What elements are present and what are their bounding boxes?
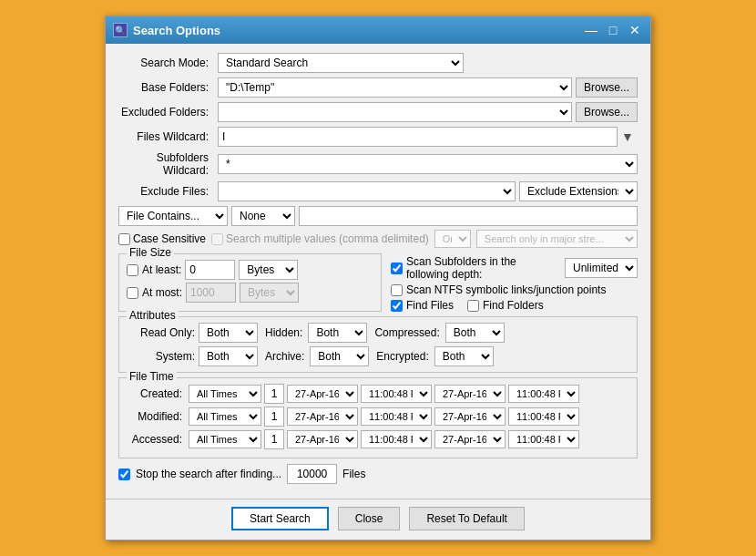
hidden-select[interactable]: Both (308, 323, 367, 343)
accessed-date1-select[interactable]: 27-Apr-16 (287, 430, 358, 448)
reset-button[interactable]: Reset To Default (409, 507, 525, 530)
maximize-button[interactable]: □ (605, 23, 621, 37)
at-most-label: At most: (142, 286, 182, 299)
archive-item: Archive: Both (265, 346, 369, 366)
window-title: Search Options (133, 24, 577, 37)
readonly-item: Read Only: Both (127, 323, 258, 343)
attributes-title: Attributes (127, 309, 179, 322)
exclude-files-label: Exclude Files: (118, 185, 214, 198)
base-folders-select[interactable]: "D:\Temp" (218, 77, 572, 98)
modified-num-input[interactable] (264, 407, 284, 427)
stop-label: Stop the search after finding... (136, 468, 281, 480)
exclude-files-select[interactable] (218, 181, 516, 201)
excluded-folders-label: Excluded Folders: (118, 106, 214, 118)
created-time2-select[interactable]: 11:00:48 P (508, 385, 579, 403)
base-folders-row: Base Folders: "D:\Temp" Browse... (118, 77, 638, 98)
base-folders-label: Base Folders: (118, 81, 214, 94)
compressed-item: Compressed: Both (374, 323, 504, 343)
exclude-ext-select[interactable]: Exclude Extensions List (519, 181, 638, 201)
modified-type-select[interactable]: All Times (189, 407, 261, 426)
scan-ntfs-checkbox[interactable] (391, 284, 403, 296)
created-date2-select[interactable]: 27-Apr-16 (434, 385, 506, 403)
system-select[interactable]: Both (199, 346, 258, 366)
close-window-button[interactable]: ✕ (627, 23, 643, 37)
stop-checkbox[interactable] (118, 468, 130, 480)
modified-time1-select[interactable]: 11:00:48 P (361, 407, 432, 426)
multi-values-checkbox[interactable] (211, 233, 223, 245)
base-folders-browse-button[interactable]: Browse... (576, 77, 638, 98)
case-sensitive-label[interactable]: Case Sensitive (118, 232, 206, 245)
scan-options: Scan Subfolders in the following depth: … (391, 252, 638, 316)
minimize-button[interactable]: — (583, 23, 599, 37)
scan-subfolders-row: Scan Subfolders in the following depth: … (391, 255, 638, 281)
find-folders-item: Find Folders (467, 299, 544, 312)
close-button[interactable]: Close (338, 507, 401, 530)
readonly-label: Read Only: (127, 326, 195, 339)
modified-time2-select[interactable]: 11:00:48 P (508, 407, 579, 426)
at-most-bytes-select[interactable]: Bytes (240, 283, 299, 303)
accessed-num-input[interactable] (264, 429, 284, 449)
footer: Start Search Close Reset To Default (106, 499, 650, 540)
filetime-title: File Time (127, 370, 177, 383)
accessed-type-select[interactable]: All Times (189, 430, 261, 448)
file-contains-select[interactable]: File Contains... (118, 206, 228, 226)
files-wildcard-label: Files Wildcard: (118, 130, 214, 143)
at-most-row: At most: Bytes (127, 283, 373, 303)
accessed-label: Accessed: (127, 433, 186, 446)
find-folders-label: Find Folders (483, 299, 544, 312)
modified-date2-select[interactable]: 27-Apr-16 (434, 407, 506, 426)
exclude-files-row: Exclude Files: Exclude Extensions List (118, 181, 638, 201)
created-num-input[interactable] (264, 384, 284, 404)
file-contains-row: File Contains... None (118, 206, 638, 226)
created-time1-select[interactable]: 11:00:48 P (361, 385, 432, 403)
stop-row: Stop the search after finding... Files (118, 464, 638, 484)
scan-subfolders-checkbox[interactable] (391, 263, 403, 274)
modified-date1-select[interactable]: 27-Apr-16 (287, 407, 358, 426)
find-files-checkbox[interactable] (391, 300, 403, 312)
major-stream-select[interactable]: Search only in major stre... (476, 230, 638, 248)
subfolders-wildcard-label: Subfolders Wildcard: (118, 151, 214, 177)
stop-value-input[interactable] (287, 464, 337, 484)
excluded-folders-row: Excluded Folders: Browse... (118, 102, 638, 122)
filesize-section: File Size At least: Bytes At most: Bytes (118, 253, 382, 312)
excluded-folders-select[interactable] (218, 102, 572, 122)
at-least-input[interactable] (185, 260, 235, 280)
at-most-input[interactable] (186, 283, 236, 303)
compressed-select[interactable]: Both (445, 323, 505, 343)
none-select[interactable]: None (231, 206, 295, 226)
accessed-time2-select[interactable]: 11:00:48 P (508, 430, 579, 448)
scan-depth-select[interactable]: Unlimited (565, 258, 638, 278)
search-mode-select[interactable]: Standard Search (218, 53, 464, 73)
find-folders-checkbox[interactable] (467, 300, 479, 312)
encrypted-label: Encrypted: (376, 350, 428, 363)
excluded-folders-browse-button[interactable]: Browse... (576, 102, 638, 122)
at-least-row: At least: Bytes (127, 260, 373, 280)
accessed-time1-select[interactable]: 11:00:48 P (361, 430, 432, 448)
multi-values-label[interactable]: Search multiple values (comma delimited) (211, 232, 429, 245)
created-type-select[interactable]: All Times (189, 385, 261, 403)
search-value-input[interactable] (299, 206, 638, 226)
search-mode-label: Search Mode: (118, 57, 214, 69)
encrypted-select[interactable]: Both (434, 346, 494, 366)
accessed-row: Accessed: All Times 27-Apr-16 11:00:48 P… (127, 429, 629, 449)
attributes-section: Attributes Read Only: Both Hidden: Both … (118, 316, 638, 373)
at-least-bytes-select[interactable]: Bytes (239, 260, 298, 280)
readonly-select[interactable]: Both (199, 323, 258, 343)
archive-label: Archive: (265, 350, 304, 363)
files-label: Files (342, 468, 365, 480)
at-least-checkbox[interactable] (127, 264, 138, 276)
scan-subfolders-label: Scan Subfolders in the following depth: (406, 255, 561, 281)
encrypted-item: Encrypted: Both (376, 346, 493, 366)
accessed-date2-select[interactable]: 27-Apr-16 (434, 430, 506, 448)
hidden-item: Hidden: Both (265, 323, 367, 343)
archive-select[interactable]: Both (310, 346, 369, 366)
files-wildcard-input[interactable]: I (218, 127, 618, 147)
start-search-button[interactable]: Start Search (231, 507, 329, 530)
created-date1-select[interactable]: 27-Apr-16 (287, 385, 358, 403)
case-sensitive-checkbox[interactable] (118, 233, 130, 245)
subfolders-wildcard-select[interactable]: * (218, 154, 638, 174)
files-wildcard-dropdown-icon[interactable]: ▼ (621, 129, 638, 144)
or-select[interactable]: Or (434, 230, 471, 248)
created-row: Created: All Times 27-Apr-16 11:00:48 P … (127, 384, 629, 404)
at-most-checkbox[interactable] (127, 287, 138, 299)
